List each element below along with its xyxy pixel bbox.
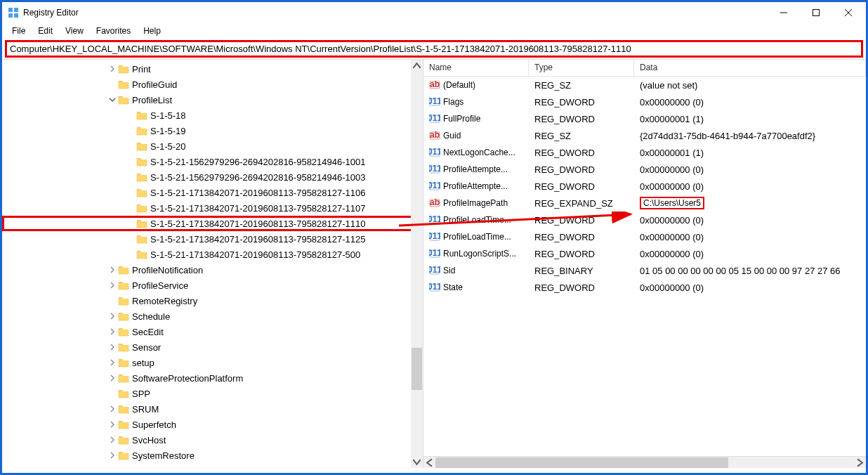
expander-icon[interactable] bbox=[126, 249, 136, 259]
value-data-cell: 0x00000000 (0) bbox=[634, 96, 866, 109]
list-row[interactable]: 011ProfileLoadTime...REG_DWORD0x00000000… bbox=[423, 228, 866, 245]
svg-rect-5 bbox=[813, 10, 820, 16]
scroll-thumb-horizontal[interactable] bbox=[435, 457, 728, 468]
tree-item[interactable]: S-1-5-21-1562979296-2694202816-958214946… bbox=[2, 169, 423, 185]
tree-item[interactable]: ProfileNotification bbox=[2, 262, 423, 278]
expander-icon[interactable] bbox=[126, 126, 136, 136]
list-row[interactable]: 011SidREG_BINARY01 05 00 00 00 00 00 05 … bbox=[423, 262, 866, 279]
expander-icon[interactable] bbox=[107, 327, 117, 337]
folder-icon bbox=[136, 126, 147, 136]
tree-item[interactable]: S-1-5-20 bbox=[2, 138, 423, 154]
expander-icon[interactable] bbox=[126, 234, 136, 244]
column-header-type[interactable]: Type bbox=[529, 60, 634, 76]
tree-item[interactable]: SecEdit bbox=[2, 324, 423, 339]
scroll-right-button[interactable] bbox=[854, 457, 866, 469]
menu-edit[interactable]: Edit bbox=[32, 25, 58, 37]
tree-item[interactable]: Schedule bbox=[2, 308, 423, 324]
close-button[interactable] bbox=[832, 2, 864, 23]
menu-favorites[interactable]: Favorites bbox=[91, 25, 136, 37]
tree-item[interactable]: SPP bbox=[2, 386, 423, 401]
tree-item[interactable]: SvcHost bbox=[2, 432, 423, 448]
tree-item[interactable]: ProfileService bbox=[2, 278, 423, 293]
tree-item[interactable]: S-1-5-21-1713842071-2019608113-795828127… bbox=[2, 247, 423, 262]
tree-item[interactable]: Print bbox=[2, 61, 423, 77]
binary-value-icon: 011 bbox=[429, 214, 440, 226]
expander-icon[interactable] bbox=[107, 311, 117, 321]
column-header-data[interactable]: Data bbox=[634, 60, 866, 76]
list-row[interactable]: 011RunLogonScriptS...REG_DWORD0x00000000… bbox=[423, 245, 866, 262]
expander-icon[interactable] bbox=[107, 373, 117, 383]
list-horizontal-scrollbar[interactable] bbox=[423, 456, 866, 468]
tree-item[interactable]: ProfileList bbox=[2, 92, 423, 108]
tree-item-label: SPP bbox=[132, 389, 150, 399]
scroll-down-button[interactable] bbox=[411, 456, 423, 468]
expander-icon[interactable] bbox=[126, 188, 136, 197]
expander-icon[interactable] bbox=[107, 419, 117, 429]
expander-icon[interactable] bbox=[107, 404, 117, 414]
tree-item[interactable]: S-1-5-21-1713842071-2019608113-795828127… bbox=[2, 185, 423, 200]
expander-icon[interactable] bbox=[107, 296, 117, 306]
expander-icon[interactable] bbox=[107, 95, 117, 105]
scroll-left-button[interactable] bbox=[423, 457, 435, 469]
scroll-thumb-vertical[interactable] bbox=[412, 348, 422, 390]
expander-icon[interactable] bbox=[126, 172, 136, 182]
tree-item[interactable]: Sensor bbox=[2, 339, 423, 355]
value-name: Sid bbox=[443, 266, 455, 275]
list-pane[interactable]: Name Type Data ab(Default)REG_SZ(value n… bbox=[423, 60, 866, 468]
address-input[interactable] bbox=[10, 44, 858, 54]
tree-item[interactable]: SoftwareProtectionPlatform bbox=[2, 370, 423, 386]
list-row[interactable]: 011FullProfileREG_DWORD0x00000001 (1) bbox=[423, 110, 866, 127]
expander-icon[interactable] bbox=[126, 157, 136, 167]
expander-icon[interactable] bbox=[107, 358, 117, 367]
expander-icon[interactable] bbox=[107, 450, 117, 460]
expander-icon[interactable] bbox=[107, 79, 117, 89]
tree-item[interactable]: ProfileGuid bbox=[2, 77, 423, 92]
tree-item-label: Superfetch bbox=[132, 419, 176, 430]
list-row[interactable]: ab(Default)REG_SZ(value not set) bbox=[423, 77, 866, 93]
tree-item[interactable]: setup bbox=[2, 355, 423, 370]
maximize-button[interactable] bbox=[800, 2, 832, 23]
tree-vertical-scrollbar[interactable] bbox=[411, 60, 423, 468]
expander-icon[interactable] bbox=[107, 389, 117, 398]
list-row[interactable]: 011ProfileLoadTime...REG_DWORD0x00000000… bbox=[423, 212, 866, 228]
list-row[interactable]: abProfileImagePathREG_EXPAND_SZC:\Users\… bbox=[423, 195, 866, 212]
expander-icon[interactable] bbox=[126, 141, 136, 151]
expander-icon[interactable] bbox=[107, 265, 117, 275]
value-data-cell: 01 05 00 00 00 00 00 05 15 00 00 00 97 2… bbox=[634, 264, 866, 278]
expander-icon[interactable] bbox=[107, 64, 117, 74]
list-row[interactable]: 011FlagsREG_DWORD0x00000000 (0) bbox=[423, 93, 866, 110]
expander-icon[interactable] bbox=[107, 342, 117, 352]
tree-item[interactable]: S-1-5-21-1713842071-2019608113-795828127… bbox=[2, 216, 423, 231]
list-row[interactable]: 011StateREG_DWORD0x00000000 (0) bbox=[423, 279, 866, 296]
tree-pane[interactable]: PrintProfileGuidProfileListS-1-5-18S-1-5… bbox=[2, 60, 423, 468]
minimize-button[interactable] bbox=[768, 2, 800, 23]
value-type-cell: REG_DWORD bbox=[529, 281, 634, 294]
tree-item[interactable]: S-1-5-19 bbox=[2, 123, 423, 138]
list-row[interactable]: 011ProfileAttempte...REG_DWORD0x00000000… bbox=[423, 161, 866, 178]
scroll-up-button[interactable] bbox=[411, 60, 423, 72]
binary-value-icon: 011 bbox=[429, 265, 440, 276]
tree-item[interactable]: S-1-5-21-1713842071-2019608113-795828127… bbox=[2, 231, 423, 247]
menu-help[interactable]: Help bbox=[138, 25, 166, 37]
tree-item[interactable]: SRUM bbox=[2, 401, 423, 417]
menu-view[interactable]: View bbox=[60, 25, 89, 37]
expander-icon[interactable] bbox=[126, 219, 136, 228]
menu-file[interactable]: File bbox=[6, 25, 31, 37]
svg-text:011: 011 bbox=[429, 164, 440, 174]
tree-item[interactable]: S-1-5-21-1562979296-2694202816-958214946… bbox=[2, 154, 423, 169]
tree-item[interactable]: S-1-5-18 bbox=[2, 108, 423, 123]
expander-icon[interactable] bbox=[107, 435, 117, 445]
expander-icon[interactable] bbox=[126, 203, 136, 213]
tree-item-label: S-1-5-21-1713842071-2019608113-795828127… bbox=[150, 249, 360, 260]
list-row[interactable]: abGuidREG_SZ{2d74dd31-75db-4641-b944-7a7… bbox=[423, 127, 866, 144]
tree-item[interactable]: SystemRestore bbox=[2, 448, 423, 463]
expander-icon[interactable] bbox=[126, 110, 136, 120]
value-data-cell: 0x00000000 (0) bbox=[634, 163, 866, 176]
column-header-name[interactable]: Name bbox=[423, 60, 529, 76]
tree-item[interactable]: RemoteRegistry bbox=[2, 293, 423, 308]
tree-item[interactable]: Superfetch bbox=[2, 417, 423, 432]
tree-item[interactable]: S-1-5-21-1713842071-2019608113-795828127… bbox=[2, 200, 423, 216]
expander-icon[interactable] bbox=[107, 280, 117, 290]
list-row[interactable]: 011NextLogonCache...REG_DWORD0x00000001 … bbox=[423, 144, 866, 161]
list-row[interactable]: 011ProfileAttempte...REG_DWORD0x00000000… bbox=[423, 178, 866, 195]
